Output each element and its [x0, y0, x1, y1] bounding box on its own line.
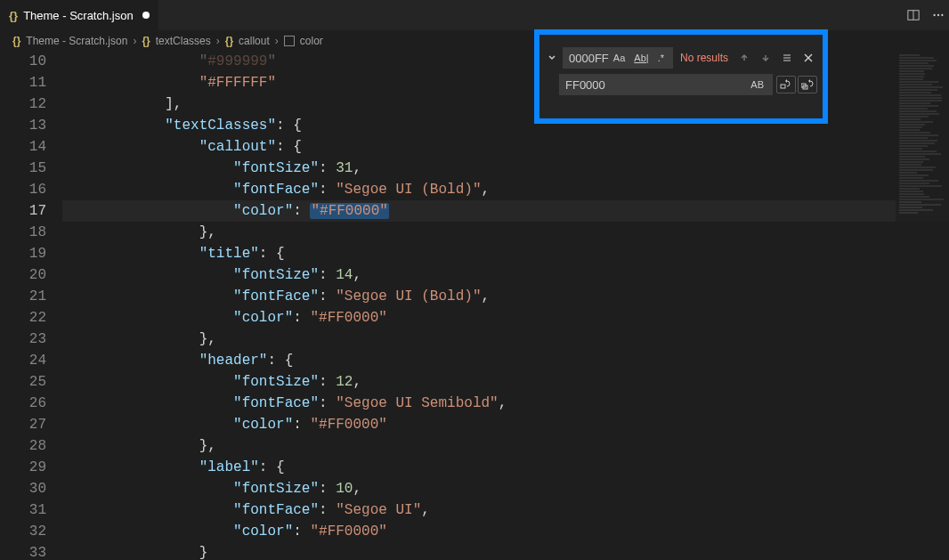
next-match-icon[interactable] — [757, 49, 775, 67]
json-file-icon: {} — [9, 9, 18, 22]
preserve-case-icon[interactable]: AB — [748, 78, 766, 91]
tab-active[interactable]: {} Theme - Scratch.json — [0, 0, 158, 30]
find-status: No results — [677, 52, 732, 64]
svg-rect-10 — [781, 85, 785, 88]
tab-title: Theme - Scratch.json — [23, 9, 134, 22]
svg-point-4 — [941, 14, 943, 16]
tab-dirty-indicator-icon[interactable] — [142, 12, 150, 19]
replace-one-icon[interactable] — [776, 76, 796, 93]
previous-match-icon[interactable] — [735, 49, 753, 67]
tab-bar: {} Theme - Scratch.json — [0, 0, 949, 31]
chevron-right-icon: › — [133, 35, 136, 47]
close-find-icon[interactable] — [799, 49, 817, 67]
color-swatch-icon — [284, 36, 295, 46]
match-whole-word-icon[interactable]: Ab| — [631, 52, 651, 64]
breadcrumb-item[interactable]: textClasses — [156, 35, 211, 47]
minimap[interactable] — [896, 53, 949, 552]
replace-input[interactable]: FF0000 AB — [559, 74, 773, 95]
use-regex-icon[interactable]: .* — [655, 52, 667, 64]
replace-value: FF0000 — [565, 78, 605, 92]
breadcrumb-item[interactable]: Theme - Scratch.json — [26, 35, 127, 47]
split-editor-icon[interactable] — [906, 8, 921, 22]
breadcrumb-item[interactable]: callout — [239, 35, 270, 47]
search-value: 0000FF — [569, 52, 609, 65]
find-in-selection-icon[interactable] — [778, 49, 796, 67]
svg-point-2 — [933, 14, 935, 16]
search-input[interactable]: 0000FF Aa Ab| .* — [563, 47, 673, 69]
toggle-replace-icon[interactable] — [545, 53, 559, 62]
line-gutter: 1011121314151617181920212223242526272829… — [0, 51, 62, 560]
json-file-icon: {} — [12, 35, 20, 47]
find-replace-panel: 0000FF Aa Ab| .* No results FF0000 — [534, 29, 828, 124]
braces-icon: {} — [225, 35, 233, 47]
chevron-right-icon: › — [216, 35, 220, 47]
code-content[interactable]: "#999999" "#FFFFFF" ], "textClasses": { … — [62, 51, 949, 560]
svg-point-3 — [937, 14, 939, 16]
more-actions-icon[interactable] — [931, 8, 945, 22]
breadcrumb-item[interactable]: color — [300, 35, 323, 47]
code-editor[interactable]: 1011121314151617181920212223242526272829… — [0, 51, 949, 560]
match-case-icon[interactable]: Aa — [611, 52, 628, 64]
chevron-right-icon: › — [275, 35, 279, 47]
braces-icon: {} — [142, 35, 150, 47]
replace-all-icon[interactable] — [798, 76, 817, 93]
